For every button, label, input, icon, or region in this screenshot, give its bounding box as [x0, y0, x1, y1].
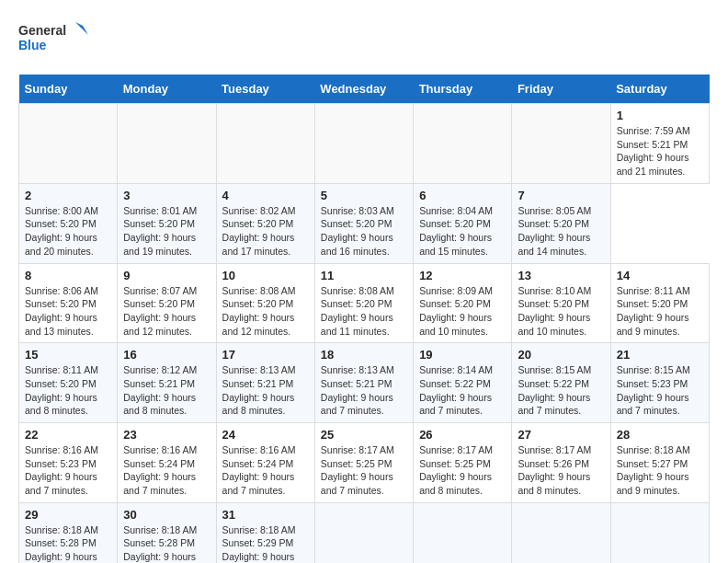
day-cell-7: 7Sunrise: 8:05 AM Sunset: 5:20 PM Daylig… [512, 183, 610, 263]
day-cell-8: 8Sunrise: 8:06 AM Sunset: 5:20 PM Daylig… [19, 263, 118, 343]
day-info: Sunrise: 8:02 AM Sunset: 5:20 PM Dayligh… [222, 204, 309, 259]
empty-cell [610, 502, 709, 563]
day-cell-22: 22Sunrise: 8:16 AM Sunset: 5:23 PM Dayli… [19, 423, 118, 503]
day-number: 24 [222, 428, 309, 442]
day-cell-29: 29Sunrise: 8:18 AM Sunset: 5:28 PM Dayli… [19, 502, 118, 563]
week-row-2: 2Sunrise: 8:00 AM Sunset: 5:20 PM Daylig… [19, 183, 710, 263]
day-cell-11: 11Sunrise: 8:08 AM Sunset: 5:20 PM Dayli… [314, 263, 413, 343]
day-info: Sunrise: 8:05 AM Sunset: 5:20 PM Dayligh… [518, 204, 604, 259]
day-number: 28 [617, 428, 703, 442]
day-info: Sunrise: 8:14 AM Sunset: 5:22 PM Dayligh… [419, 363, 506, 418]
day-number: 27 [518, 428, 604, 442]
day-number: 7 [518, 189, 604, 202]
week-row-4: 15Sunrise: 8:11 AM Sunset: 5:20 PM Dayli… [19, 343, 710, 423]
day-info: Sunrise: 8:13 AM Sunset: 5:21 PM Dayligh… [222, 363, 309, 418]
day-number: 23 [123, 428, 210, 442]
day-cell-27: 27Sunrise: 8:17 AM Sunset: 5:26 PM Dayli… [512, 423, 610, 503]
day-info: Sunrise: 8:11 AM Sunset: 5:20 PM Dayligh… [617, 284, 703, 339]
day-info: Sunrise: 8:16 AM Sunset: 5:24 PM Dayligh… [222, 443, 309, 498]
day-cell-13: 13Sunrise: 8:10 AM Sunset: 5:20 PM Dayli… [512, 263, 610, 343]
day-info: Sunrise: 8:13 AM Sunset: 5:21 PM Dayligh… [321, 363, 407, 418]
col-header-friday: Friday [512, 75, 610, 104]
day-cell-14: 14Sunrise: 8:11 AM Sunset: 5:20 PM Dayli… [610, 263, 709, 343]
day-info: Sunrise: 8:17 AM Sunset: 5:25 PM Dayligh… [419, 443, 506, 498]
week-row-5: 22Sunrise: 8:16 AM Sunset: 5:23 PM Dayli… [19, 423, 710, 503]
col-header-thursday: Thursday [414, 75, 512, 104]
col-header-wednesday: Wednesday [314, 75, 413, 104]
day-number: 30 [123, 508, 210, 522]
day-number: 2 [25, 189, 111, 202]
day-number: 22 [25, 428, 111, 442]
day-number: 26 [419, 428, 506, 442]
logo: General Blue [18, 18, 92, 60]
day-number: 31 [222, 508, 309, 522]
day-number: 11 [321, 269, 407, 282]
day-info: Sunrise: 8:11 AM Sunset: 5:20 PM Dayligh… [25, 363, 111, 418]
day-number: 1 [617, 109, 703, 122]
day-cell-3: 3Sunrise: 8:01 AM Sunset: 5:20 PM Daylig… [118, 183, 216, 263]
day-number: 9 [123, 269, 210, 282]
day-cell-9: 9Sunrise: 8:07 AM Sunset: 5:20 PM Daylig… [118, 263, 216, 343]
empty-cell [512, 104, 610, 184]
day-info: Sunrise: 8:07 AM Sunset: 5:20 PM Dayligh… [123, 284, 210, 339]
day-number: 17 [222, 348, 309, 362]
day-info: Sunrise: 8:00 AM Sunset: 5:20 PM Dayligh… [25, 204, 111, 259]
day-number: 13 [518, 269, 604, 282]
empty-cell [118, 104, 216, 184]
day-cell-31: 31Sunrise: 8:18 AM Sunset: 5:29 PM Dayli… [216, 502, 314, 563]
day-info: Sunrise: 8:18 AM Sunset: 5:28 PM Dayligh… [123, 523, 210, 563]
empty-cell [414, 502, 512, 563]
day-cell-1: 1Sunrise: 7:59 AM Sunset: 5:21 PM Daylig… [610, 104, 709, 184]
day-number: 3 [123, 189, 210, 202]
calendar-table: SundayMondayTuesdayWednesdayThursdayFrid… [18, 75, 710, 563]
day-cell-2: 2Sunrise: 8:00 AM Sunset: 5:20 PM Daylig… [19, 183, 118, 263]
day-cell-15: 15Sunrise: 8:11 AM Sunset: 5:20 PM Dayli… [19, 343, 118, 423]
day-info: Sunrise: 8:08 AM Sunset: 5:20 PM Dayligh… [321, 284, 407, 339]
day-info: Sunrise: 8:06 AM Sunset: 5:20 PM Dayligh… [25, 284, 111, 339]
day-cell-5: 5Sunrise: 8:03 AM Sunset: 5:20 PM Daylig… [314, 183, 413, 263]
day-number: 5 [321, 189, 407, 202]
empty-cell [19, 104, 118, 184]
day-info: Sunrise: 8:16 AM Sunset: 5:23 PM Dayligh… [25, 443, 111, 498]
empty-cell [314, 104, 413, 184]
col-header-tuesday: Tuesday [216, 75, 314, 104]
day-number: 18 [321, 348, 407, 362]
day-cell-26: 26Sunrise: 8:17 AM Sunset: 5:25 PM Dayli… [414, 423, 512, 503]
svg-text:Blue: Blue [18, 38, 47, 52]
day-cell-23: 23Sunrise: 8:16 AM Sunset: 5:24 PM Dayli… [118, 423, 216, 503]
day-number: 29 [25, 508, 111, 522]
day-info: Sunrise: 8:03 AM Sunset: 5:20 PM Dayligh… [321, 204, 407, 259]
day-number: 20 [518, 348, 604, 362]
day-info: Sunrise: 8:15 AM Sunset: 5:22 PM Dayligh… [518, 363, 604, 418]
day-number: 25 [321, 428, 407, 442]
day-cell-16: 16Sunrise: 8:12 AM Sunset: 5:21 PM Dayli… [118, 343, 216, 423]
day-cell-30: 30Sunrise: 8:18 AM Sunset: 5:28 PM Dayli… [118, 502, 216, 563]
day-info: Sunrise: 8:18 AM Sunset: 5:28 PM Dayligh… [25, 523, 111, 563]
day-number: 4 [222, 189, 309, 202]
day-cell-28: 28Sunrise: 8:18 AM Sunset: 5:27 PM Dayli… [610, 423, 709, 503]
day-number: 15 [25, 348, 111, 362]
day-cell-25: 25Sunrise: 8:17 AM Sunset: 5:25 PM Dayli… [314, 423, 413, 503]
day-number: 21 [617, 348, 703, 362]
svg-marker-3 [83, 22, 88, 28]
day-info: Sunrise: 8:17 AM Sunset: 5:26 PM Dayligh… [518, 443, 604, 498]
day-info: Sunrise: 8:10 AM Sunset: 5:20 PM Dayligh… [518, 284, 604, 339]
day-info: Sunrise: 8:08 AM Sunset: 5:20 PM Dayligh… [222, 284, 309, 339]
day-cell-17: 17Sunrise: 8:13 AM Sunset: 5:21 PM Dayli… [216, 343, 314, 423]
day-cell-12: 12Sunrise: 8:09 AM Sunset: 5:20 PM Dayli… [414, 263, 512, 343]
day-cell-4: 4Sunrise: 8:02 AM Sunset: 5:20 PM Daylig… [216, 183, 314, 263]
day-number: 6 [419, 189, 506, 202]
day-number: 12 [419, 269, 506, 282]
logo-svg: General Blue [18, 18, 92, 60]
day-info: Sunrise: 8:04 AM Sunset: 5:20 PM Dayligh… [419, 204, 506, 259]
day-number: 19 [419, 348, 506, 362]
day-number: 16 [123, 348, 210, 362]
day-number: 14 [617, 269, 703, 282]
col-header-sunday: Sunday [19, 75, 118, 104]
week-row-3: 8Sunrise: 8:06 AM Sunset: 5:20 PM Daylig… [19, 263, 710, 343]
day-cell-6: 6Sunrise: 8:04 AM Sunset: 5:20 PM Daylig… [414, 183, 512, 263]
day-info: Sunrise: 8:17 AM Sunset: 5:25 PM Dayligh… [321, 443, 407, 498]
svg-text:General: General [18, 23, 66, 38]
empty-cell [216, 104, 314, 184]
svg-marker-2 [75, 22, 88, 35]
